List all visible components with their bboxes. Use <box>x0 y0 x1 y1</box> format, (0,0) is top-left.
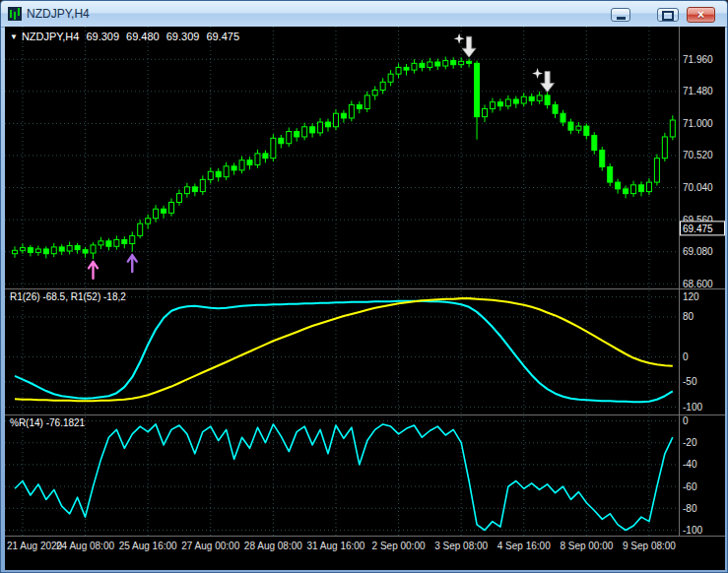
candle-body <box>654 159 659 182</box>
candle-body <box>372 90 377 95</box>
readout-high: 69.480 <box>126 31 160 42</box>
candle-body <box>310 127 315 133</box>
candle-body <box>435 62 440 66</box>
candle-body <box>467 61 472 63</box>
time-axis[interactable] <box>5 537 725 570</box>
price-axis[interactable] <box>680 27 725 536</box>
candle-body <box>184 187 189 194</box>
candle-body <box>451 61 456 65</box>
candle-body <box>608 167 613 183</box>
candle-body <box>239 160 244 170</box>
candle-body <box>459 61 464 64</box>
candle-body <box>287 132 292 144</box>
candle-body <box>232 166 236 170</box>
candle-body <box>302 127 307 137</box>
candle-body <box>639 185 644 192</box>
candle-body <box>162 209 166 213</box>
candle-body <box>224 166 229 177</box>
candle-body <box>553 104 558 113</box>
candle-body <box>341 113 346 118</box>
candle-body <box>576 126 581 130</box>
window: NZDJPY,H4 × 71.96071.48071.00070.52070.0… <box>0 0 728 573</box>
candle-body <box>247 160 252 165</box>
candle-body <box>200 179 205 191</box>
candle-body <box>568 122 573 130</box>
candle-body <box>295 132 299 137</box>
indicator-1-label: R1(26) -68.5, R1(52) -18,2 <box>10 291 126 302</box>
symbol-dropdown-icon[interactable]: ▼ <box>10 32 18 41</box>
candle-body <box>670 120 675 137</box>
maximize-button[interactable] <box>657 8 679 22</box>
candle-body <box>169 202 174 213</box>
candle-body <box>91 245 96 253</box>
candle-body <box>263 154 268 159</box>
candle-body <box>357 104 362 108</box>
candle-body <box>28 248 33 253</box>
candle-body <box>67 246 72 251</box>
chart-icon <box>8 7 22 21</box>
candle-body <box>35 249 40 252</box>
candle-body <box>13 250 18 253</box>
candle-body <box>396 67 401 74</box>
candle-body <box>146 219 151 223</box>
candle-body <box>326 122 331 127</box>
candle-body <box>349 104 354 118</box>
candle-body <box>584 126 589 136</box>
candle-body <box>138 223 143 235</box>
ohlc-readout: ▼NZDJPY,H469.30969.48069.30969.475 <box>10 31 246 42</box>
candle-body <box>130 235 135 243</box>
candle-body <box>483 108 488 116</box>
candle-body <box>122 239 127 243</box>
maximize-icon <box>662 11 674 21</box>
candle-body <box>114 239 119 246</box>
candle-body <box>428 62 432 67</box>
candle-body <box>497 102 502 106</box>
candle-body <box>75 246 80 250</box>
candle-body <box>216 171 221 176</box>
candle-body <box>412 63 417 70</box>
candle-body <box>154 209 159 219</box>
candle-body <box>51 247 56 254</box>
candle-body <box>192 187 197 192</box>
candle-body <box>561 113 565 122</box>
candle-body <box>176 194 181 203</box>
readout-low: 69.309 <box>166 31 200 42</box>
candle-body <box>20 248 25 251</box>
candle-body <box>255 154 260 165</box>
candle-body <box>208 171 213 179</box>
candle-body <box>475 63 480 116</box>
close-icon: × <box>697 8 704 22</box>
chart-client-area: 71.96071.48071.00070.52070.04069.56069.0… <box>5 27 725 570</box>
readout-close: 69.475 <box>206 31 239 42</box>
candle-body <box>624 189 629 194</box>
candle-body <box>279 138 284 143</box>
indicator-2-label: %R(14) -76.1821 <box>10 417 85 428</box>
candle-body <box>380 82 385 90</box>
candle-body <box>631 185 636 194</box>
candle-body <box>545 96 550 105</box>
candle-body <box>529 96 534 100</box>
candle-body <box>59 247 64 251</box>
candle-body <box>521 96 526 103</box>
candle-body <box>443 61 448 66</box>
candle-body <box>592 136 597 151</box>
candle-body <box>99 241 103 245</box>
candle-body <box>420 63 425 67</box>
candle-body <box>271 138 276 158</box>
close-button[interactable]: × <box>687 7 715 23</box>
minimize-button[interactable] <box>611 8 630 22</box>
candle-body <box>318 122 323 133</box>
readout-open: 69.309 <box>86 31 119 42</box>
title-bar[interactable]: NZDJPY,H4 × <box>1 1 727 28</box>
candle-body <box>364 96 369 109</box>
candle-body <box>43 249 48 254</box>
candle-body <box>388 74 393 82</box>
candle-body <box>490 102 495 109</box>
readout-symbol: NZDJPY,H4 <box>22 31 79 42</box>
window-title: NZDJPY,H4 <box>27 7 90 21</box>
candle-body <box>106 241 111 246</box>
candle-body <box>513 99 518 103</box>
candle-body <box>537 96 542 100</box>
minimize-icon <box>617 17 626 20</box>
candle-body <box>333 113 338 127</box>
